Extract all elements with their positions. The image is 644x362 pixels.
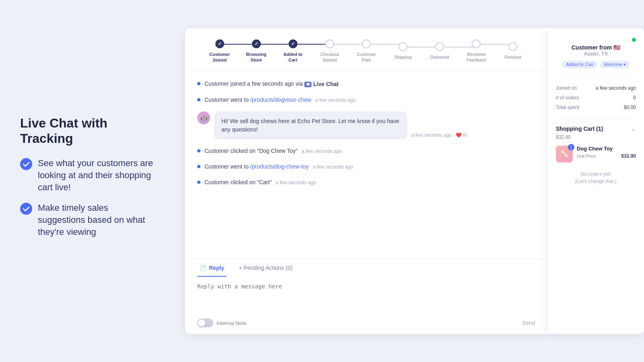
stat-value: 0 [633,95,636,101]
stat-value: a few seconds ago [596,85,636,91]
step-circle [215,39,224,48]
reply-footer: Internal Note Send [185,315,547,334]
feature-item: See what your customers are looking at a… [20,157,157,193]
customer-location: Austin, TX [584,51,608,57]
customer-name: Customer from 🇺🇸 [572,44,620,51]
online-indicator [632,38,636,42]
cart-item: 🦴 1 Dog Chew Toy Unit Price $32.90 [556,146,636,162]
step-circle [252,39,261,48]
ai-meta: a few seconds ago · ❤️ AI [411,132,467,138]
step-item[interactable]: Received Feedback [458,39,495,63]
message-text: Customer clicked on "Cart" a few seconds… [204,178,316,187]
step-item[interactable]: Customer Joined [201,39,238,63]
cart-price-label: Unit Price [577,154,596,158]
cart-title: Shopping Cart (1) [556,125,603,132]
live-chat-icon: 💬 [304,82,312,87]
customer-tag[interactable]: Welcome ▾ [600,61,630,68]
svg-point-1 [20,203,32,215]
step-circle [398,42,407,51]
step-label: Checkout Started [316,51,344,63]
message-row: Customer clicked on "Dog Chew Toy" a few… [197,147,535,155]
check-icon [20,203,32,215]
step-line [476,44,513,45]
stat-row: Joined on a few seconds ago [556,83,636,93]
step-label: Received Feedback [462,51,490,63]
message-text: Customer clicked on "Dog Chew Toy" a few… [204,147,342,155]
step-circle [325,39,334,48]
feature-text: See what your customers are looking at a… [38,157,157,193]
step-item[interactable]: Customer Paid [348,39,384,63]
internal-note-label: Internal Note [217,320,246,326]
step-label: Customer Paid [352,51,380,63]
message-row: Customer clicked on "Cart" a few seconds… [197,178,535,187]
cart-total: $32.90 [556,134,636,140]
step-circle [508,42,517,51]
svg-point-0 [20,158,32,170]
message-link[interactable]: /products/dogvisor-chew [250,97,312,103]
customer-tags: Added to CartWelcome ▾ [562,61,630,68]
message-text: Customer went to /products/dogvisor-chew… [204,96,355,104]
stat-label: Joined on [556,85,577,91]
ai-message-row: 🤖 Hi! We sell dog chews here at Echo Pet… [197,111,535,140]
cart-header: Shopping Cart (1) ⌄ [556,125,636,132]
customer-stats: Joined on a few seconds ago # of orders … [556,83,636,112]
step-line [293,44,330,45]
stat-label: Total spent [556,105,579,110]
step-item[interactable]: Browsing Store [238,39,275,63]
step-line [403,47,440,47]
internal-note-toggle[interactable]: Internal Note [197,319,246,327]
tab-icon: 📄 [200,265,206,271]
chat-panel: Customer Joined Browsing Store Added to … [185,28,547,334]
step-circle [435,42,444,51]
stat-value: $0.00 [624,105,636,110]
step-label: Added to Cart [279,51,307,63]
step-item[interactable]: Checkout Started [311,39,348,63]
send-button[interactable]: Send [522,320,535,326]
cart-item-name: Dog Chew Toy [577,146,636,152]
stat-row: Total spent $0.00 [556,103,636,112]
message-dot [197,149,200,152]
tab-label: Reply [209,265,224,271]
tab-label: + Pending Actions (0) [239,265,292,271]
message-dot [197,98,200,101]
step-item[interactable]: Delivered [421,42,458,60]
message-row: Customer went to /products/dogvisor-chew… [197,96,535,104]
ai-bubble: Hi! We sell dog chews here at Echo Pet S… [214,111,407,140]
message-time: a few seconds ago [313,164,353,170]
left-panel: Live Chat with Tracking See what your cu… [0,91,177,271]
tab-reply[interactable]: 📄Reply [197,259,227,277]
no-orders: No orders yet!(Let's change that.) [556,171,636,185]
live-chat-label: Live Chat [313,80,339,88]
message-text: Customer went to /products/dog-chew-toy … [204,162,353,171]
message-link[interactable]: /products/dog-chew-toy [250,163,309,170]
step-circle [289,39,297,48]
cart-item-badge: 1 [568,144,574,150]
page-title: Live Chat with Tracking [20,115,157,146]
stat-row: # of orders 0 [556,93,636,103]
tab-+-pending-actions-(0)[interactable]: + Pending Actions (0) [236,259,295,277]
cart-item-info: Dog Chew Toy Unit Price $32.90 [577,146,636,159]
step-label: Shipping [394,54,412,60]
step-item[interactable]: Shipping [385,42,421,60]
step-line [220,44,256,45]
step-line [366,44,403,45]
step-line [440,47,476,47]
stat-label: # of orders [556,95,579,101]
message-time: a few seconds ago [276,180,316,185]
message-dot [197,82,200,85]
chevron-down-icon[interactable]: ⌄ [631,125,636,132]
customer-tag[interactable]: Added to Cart [562,61,597,68]
shopping-cart-section: Shopping Cart (1) ⌄ $32.90 🦴 1 Dog Chew … [556,119,636,185]
check-icon [20,158,32,170]
step-item[interactable]: Finished [495,42,531,60]
step-label: Finished [505,54,522,60]
step-line [330,44,366,45]
step-label: Customer Joined [206,51,234,63]
main-content: Customer Joined Browsing Store Added to … [185,28,644,334]
chat-tabs: 📄Reply+ Pending Actions (0) [185,259,547,277]
toggle-switch[interactable] [197,319,213,327]
customer-header: Customer from 🇺🇸 Austin, TX Added to Car… [556,38,636,77]
message-time: a few seconds ago [301,148,342,154]
reply-input[interactable] [197,283,535,307]
step-item[interactable]: Added to Cart [275,39,311,63]
